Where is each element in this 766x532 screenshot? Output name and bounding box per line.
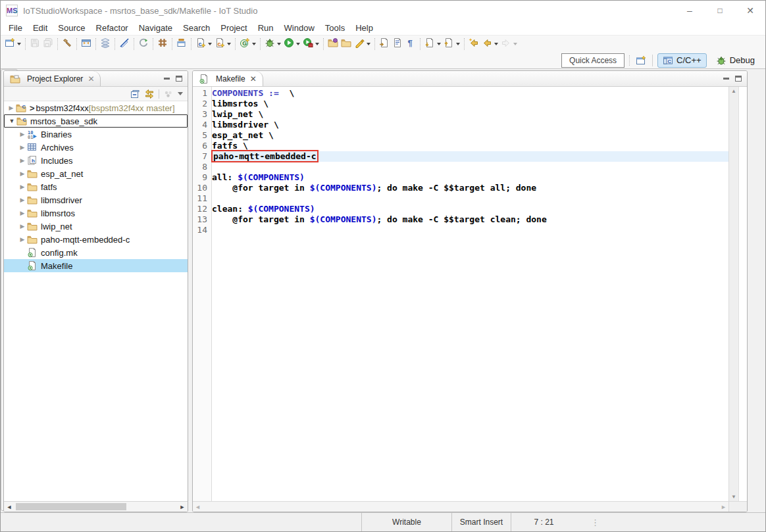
code-area[interactable]: 1COMPONENTS := \2libmsrtos \3lwip_net \4… xyxy=(193,87,728,501)
toggle-source-header-button[interactable] xyxy=(378,37,391,51)
expand-arrow-icon[interactable]: ▶ xyxy=(18,197,27,203)
menu-tools[interactable]: Tools xyxy=(320,22,350,34)
minimize-editor-button[interactable] xyxy=(723,78,729,80)
code-line-7[interactable]: 7paho-mqtt-embedded-c xyxy=(193,151,728,162)
code-line-1[interactable]: 1COMPONENTS := \ xyxy=(193,88,728,99)
build-button[interactable] xyxy=(61,37,74,51)
new-connection-button[interactable] xyxy=(99,37,112,51)
maximize-button[interactable]: □ xyxy=(705,1,735,20)
menu-edit[interactable]: Edit xyxy=(28,22,53,34)
debug-button[interactable] xyxy=(263,37,282,51)
dropdown-arrow-icon[interactable] xyxy=(367,43,370,45)
tab-project-explorer[interactable]: Project Explorer ✕ xyxy=(4,71,101,86)
scroll-thumb[interactable] xyxy=(16,503,126,510)
menu-file[interactable]: File xyxy=(3,22,28,34)
view-menu-button[interactable] xyxy=(178,92,183,95)
dropdown-arrow-icon[interactable] xyxy=(252,43,256,45)
code-line-12[interactable]: 12clean: $(COMPONENTS) xyxy=(193,204,728,214)
previous-annotation-button[interactable] xyxy=(442,37,461,51)
new-wizard-button[interactable] xyxy=(3,37,22,51)
scroll-track[interactable] xyxy=(14,502,177,512)
menu-search[interactable]: Search xyxy=(178,22,215,34)
code-line-5[interactable]: 5esp_at_net \ xyxy=(193,130,728,141)
scroll-left-icon[interactable]: ◄ xyxy=(195,504,201,510)
scroll-down-icon[interactable]: ▼ xyxy=(731,494,736,500)
menu-run[interactable]: Run xyxy=(253,22,279,34)
menu-source[interactable]: Source xyxy=(53,22,90,34)
minimize-view-button[interactable] xyxy=(164,78,170,80)
dropdown-arrow-icon[interactable] xyxy=(494,43,498,45)
tree-item-includes[interactable]: ▶hIncludes xyxy=(4,154,188,167)
code-line-14[interactable]: 14 xyxy=(193,225,728,235)
tree-item-paho-mqtt-embedded-c[interactable]: ▶paho-mqtt-embedded-c xyxy=(4,233,188,246)
scroll-up-icon[interactable]: ▲ xyxy=(731,88,736,94)
code-line-13[interactable]: 13 @for target in $(COMPONENTS); do make… xyxy=(193,214,728,225)
dropdown-arrow-icon[interactable] xyxy=(208,43,212,45)
dropdown-arrow-icon[interactable] xyxy=(315,43,319,45)
dropdown-arrow-icon[interactable] xyxy=(17,43,21,45)
show-whitespace-button[interactable]: ¶ xyxy=(404,37,417,51)
expand-arrow-icon[interactable]: ▶ xyxy=(18,144,27,151)
external-tools-button[interactable] xyxy=(301,37,320,51)
open-folder-button[interactable] xyxy=(340,37,353,51)
code-line-4[interactable]: 4libmsdriver \ xyxy=(193,120,728,130)
expand-arrow-icon[interactable]: ▶ xyxy=(18,223,27,230)
run-button[interactable] xyxy=(282,37,301,51)
code-line-8[interactable]: 8 xyxy=(193,162,728,172)
collapse-arrow-icon[interactable]: ▼ xyxy=(7,118,16,124)
tree-item-makefile[interactable]: Makefile xyxy=(4,259,188,272)
expand-arrow-icon[interactable]: ▶ xyxy=(7,105,16,111)
quick-access-box[interactable]: Quick Access xyxy=(561,53,625,68)
tree-item-msrtos_base_sdk[interactable]: ▼Cmsrtos_base_sdk xyxy=(4,114,188,128)
scroll-right-icon[interactable]: ► xyxy=(177,504,188,510)
back-button[interactable] xyxy=(480,37,499,51)
code-line-10[interactable]: 10 @for target in $(COMPONENTS); do make… xyxy=(193,183,728,193)
reset-target-button[interactable] xyxy=(137,37,150,51)
maximize-editor-button[interactable] xyxy=(735,76,742,82)
collapse-all-button[interactable] xyxy=(130,89,140,99)
dropdown-arrow-icon[interactable] xyxy=(437,43,441,45)
code-line-11[interactable]: 11 xyxy=(193,193,728,204)
editor-horizontal-scrollbar[interactable]: ◄ ► xyxy=(193,501,728,512)
expand-arrow-icon[interactable]: ▶ xyxy=(18,210,27,216)
open-perspective-button[interactable] xyxy=(634,53,648,68)
maximize-view-button[interactable] xyxy=(176,76,182,82)
tree-item-libmsdriver[interactable]: ▶libmsdriver xyxy=(4,193,188,206)
tree-item-lwip_net[interactable]: ▶lwip_net xyxy=(4,220,188,233)
link-with-editor-button[interactable] xyxy=(144,89,155,99)
close-button[interactable]: ✕ xyxy=(735,1,765,20)
tree-item-fatfs[interactable]: ▶fatfs xyxy=(4,180,188,193)
code-line-9[interactable]: 9all: $(COMPONENTS) xyxy=(193,172,728,183)
code-line-2[interactable]: 2libmsrtos \ xyxy=(193,99,728,109)
skip-all-breakpoints-button[interactable] xyxy=(118,37,131,51)
new-class-button[interactable]: G xyxy=(238,37,257,51)
perspective-debug[interactable]: Debug xyxy=(711,53,760,68)
show-selected-element-button[interactable] xyxy=(391,37,404,51)
perspective-c-cpp[interactable]: CC/C++ xyxy=(657,53,707,68)
menu-refactor[interactable]: Refactor xyxy=(91,22,134,34)
tree-item-libmsrtos[interactable]: ▶libmsrtos xyxy=(4,206,188,220)
menu-window[interactable]: Window xyxy=(279,22,320,34)
restore-window-button[interactable] xyxy=(175,37,188,51)
new-c-file-button[interactable]: c xyxy=(194,37,213,51)
expand-arrow-icon[interactable]: ▶ xyxy=(18,183,27,190)
dropdown-arrow-icon[interactable] xyxy=(513,43,517,45)
menu-navigate[interactable]: Navigate xyxy=(134,22,178,34)
minimize-button[interactable]: – xyxy=(675,1,705,20)
code-line-3[interactable]: 3lwip_net \ xyxy=(193,109,728,120)
dropdown-arrow-icon[interactable] xyxy=(296,43,300,45)
dropdown-arrow-icon[interactable] xyxy=(456,43,460,45)
dropdown-arrow-icon[interactable] xyxy=(277,43,281,45)
expand-arrow-icon[interactable]: ▶ xyxy=(18,170,27,177)
close-view-icon[interactable]: ✕ xyxy=(88,74,94,84)
tree-item-binaries[interactable]: ▶1001Binaries xyxy=(4,128,188,141)
dropdown-arrow-icon[interactable] xyxy=(227,43,231,45)
import-project-button[interactable] xyxy=(326,37,340,51)
menu-help[interactable]: Help xyxy=(350,22,378,34)
new-cpp-file-button[interactable]: c xyxy=(213,37,232,51)
hardware-debug-button[interactable] xyxy=(156,37,169,51)
tree-item-archives[interactable]: ▶Archives xyxy=(4,141,188,154)
last-edit-location-button[interactable] xyxy=(467,37,480,51)
expand-arrow-icon[interactable]: ▶ xyxy=(18,236,27,243)
expand-arrow-icon[interactable]: ▶ xyxy=(18,157,27,164)
